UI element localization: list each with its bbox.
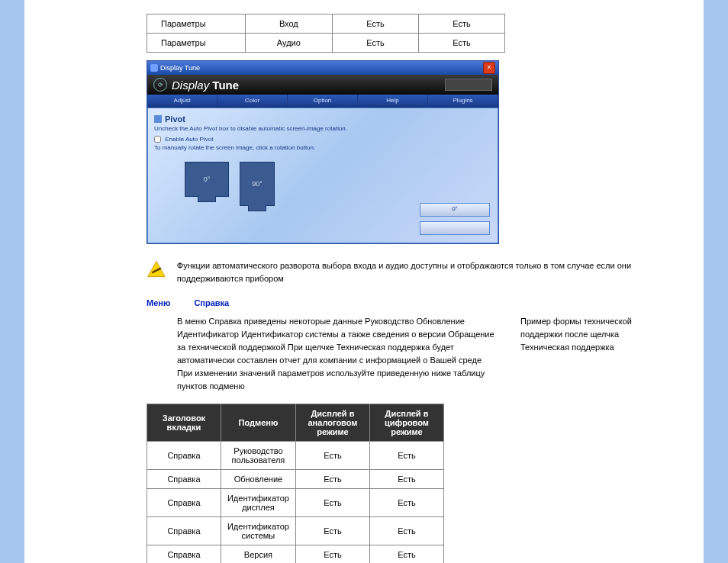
parameters-table: Параметры Вход Есть Есть Параметры Аудио… bbox=[147, 14, 505, 53]
menu-line: Меню Справка bbox=[147, 295, 696, 315]
tab-color[interactable]: Color bbox=[217, 95, 288, 107]
close-icon[interactable]: × bbox=[483, 62, 495, 74]
cell: Есть bbox=[332, 14, 418, 34]
pivot-panel: Pivot Uncheck the Auto Pivot box to disa… bbox=[147, 108, 498, 243]
checkbox-input[interactable] bbox=[154, 136, 161, 143]
brand-badge bbox=[445, 79, 492, 91]
left-margin bbox=[0, 0, 24, 563]
panel-button-2[interactable] bbox=[420, 221, 490, 235]
table-row: Параметры Аудио Есть Есть bbox=[147, 34, 505, 53]
table-row: Параметры Вход Есть Есть bbox=[147, 14, 505, 34]
tab-option[interactable]: Option bbox=[288, 95, 358, 107]
panel-desc: Uncheck the Auto Pivot box to disable au… bbox=[154, 125, 491, 132]
warning-icon bbox=[147, 259, 166, 279]
left-text: В меню Справка приведены некоторые данны… bbox=[147, 315, 498, 393]
cell: Есть bbox=[418, 14, 504, 34]
checkbox-label: Enable Auto Pivot bbox=[165, 136, 213, 143]
right-margin bbox=[704, 0, 728, 563]
right-text: Пример формы технической поддержки после… bbox=[520, 315, 658, 393]
tab-help[interactable]: Help bbox=[358, 95, 428, 107]
brand-logo-icon: ⟳ bbox=[153, 78, 167, 92]
help-link[interactable]: Справка bbox=[194, 298, 229, 307]
svg-point-1 bbox=[159, 267, 161, 269]
warning-text: Функции автоматического разворота выбора… bbox=[177, 259, 696, 285]
cell: Есть bbox=[332, 34, 418, 53]
warning-row: Функции автоматического разворота выбора… bbox=[147, 259, 696, 285]
display-tune-window: Display Tune × ⟳ Display Tune Adjust Col… bbox=[147, 60, 499, 244]
rotation-0-button[interactable]: 0° bbox=[185, 162, 229, 197]
col-header: Заголовок вкладки bbox=[147, 404, 221, 442]
panel-button-1[interactable]: 0° bbox=[420, 203, 490, 217]
app-tabs: Adjust Color Option Help Plugins bbox=[147, 95, 498, 108]
brand-bar: ⟳ Display Tune bbox=[147, 75, 498, 95]
cell: Параметры bbox=[147, 14, 246, 34]
table-row: СправкаИдентификатор системыЕстьЕсть bbox=[147, 517, 444, 545]
auto-pivot-checkbox[interactable]: Enable Auto Pivot bbox=[154, 136, 213, 143]
table-row: СправкаОбновлениеЕстьЕсть bbox=[147, 470, 444, 489]
table-row: СправкаИдентификатор дисплеяЕстьЕсть bbox=[147, 489, 444, 517]
tab-adjust[interactable]: Adjust bbox=[147, 95, 217, 107]
cell: Параметры bbox=[147, 34, 246, 53]
cell: Аудио bbox=[245, 34, 332, 53]
panel-hint: To manually rotate the screen image, cli… bbox=[154, 144, 491, 151]
table-row: СправкаРуководство пользователяЕстьЕсть bbox=[147, 442, 444, 470]
rotation-90-button[interactable]: 90° bbox=[240, 162, 275, 206]
panel-title: Pivot bbox=[154, 114, 491, 124]
menu-link[interactable]: Меню bbox=[147, 298, 170, 307]
help-table: Заголовок вкладки Подменю Дисплей в анал… bbox=[147, 404, 444, 563]
cell: Есть bbox=[418, 34, 504, 53]
col-header: Дисплей в цифровом режиме bbox=[370, 404, 444, 442]
tab-plugins[interactable]: Plugins bbox=[428, 95, 498, 107]
cell: Вход bbox=[245, 14, 332, 34]
svg-marker-0 bbox=[148, 262, 166, 277]
brand-text: Display Tune bbox=[172, 79, 239, 92]
window-titlebar: Display Tune × bbox=[147, 61, 498, 75]
col-header: Подменю bbox=[221, 404, 295, 442]
app-icon bbox=[150, 64, 158, 72]
window-title: Display Tune bbox=[160, 64, 200, 72]
table-header-row: Заголовок вкладки Подменю Дисплей в анал… bbox=[147, 404, 444, 442]
pivot-icon bbox=[154, 115, 162, 123]
col-header: Дисплей в аналоговом режиме bbox=[295, 404, 369, 442]
table-row: СправкаВерсияЕстьЕсть bbox=[147, 545, 444, 563]
